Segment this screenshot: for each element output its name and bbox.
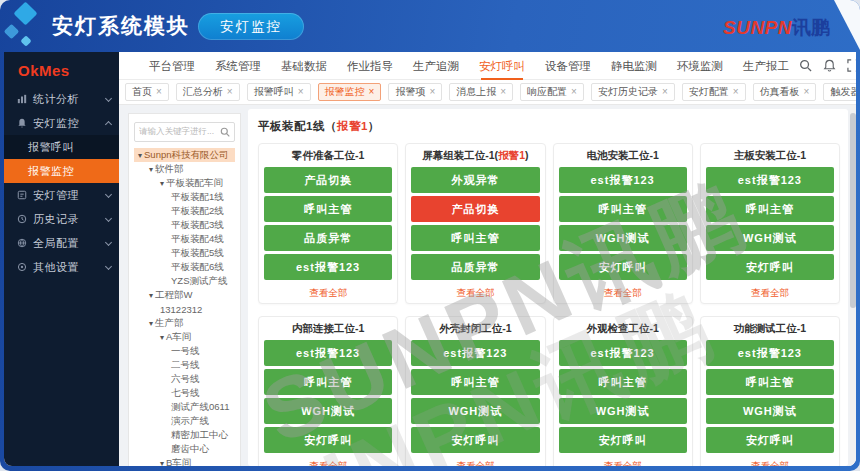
fullscreen-icon[interactable] [847, 59, 856, 72]
nav-item-1[interactable]: 系统管理 [215, 52, 261, 80]
andon-call-button[interactable]: 呼叫主管 [411, 369, 539, 395]
andon-call-button[interactable]: WGH测试 [559, 225, 687, 251]
view-all-link[interactable]: 查看全部 [701, 283, 839, 303]
sidebar-item-0[interactable]: 统计分析 [4, 87, 119, 111]
andon-call-button[interactable]: WGH测试 [706, 398, 834, 424]
tree-caret-icon[interactable]: ▾ [160, 179, 164, 188]
sidebar-item-3[interactable]: 历史记录 [4, 207, 119, 231]
tree-node-工程部W[interactable]: ▾工程部W [134, 288, 235, 302]
view-all-link[interactable]: 查看全部 [259, 283, 397, 303]
tree-node-七号线[interactable]: 七号线 [134, 386, 235, 400]
andon-call-button[interactable]: WGH测试 [706, 225, 834, 251]
nav-item-2[interactable]: 基础数据 [281, 52, 327, 80]
notification-bell-icon[interactable] [823, 59, 836, 72]
tree-node-平板装配2线[interactable]: 平板装配2线 [134, 204, 235, 218]
sidebar-item-5[interactable]: 其他设置 [4, 255, 119, 279]
tree-node-软件部[interactable]: ▾软件部 [134, 162, 235, 176]
vertical-scrollbar[interactable] [850, 105, 856, 466]
nav-item-5[interactable]: 安灯呼叫 [479, 52, 525, 80]
tree-node-一号线[interactable]: 一号线 [134, 344, 235, 358]
andon-call-button[interactable]: 呼叫主管 [264, 369, 392, 395]
nav-item-0[interactable]: 平台管理 [149, 52, 195, 80]
andon-monitor-pill-button[interactable]: 安灯监控 [198, 13, 304, 40]
tree-caret-icon[interactable]: ▾ [160, 459, 164, 467]
andon-call-button[interactable]: 安灯呼叫 [264, 427, 392, 453]
andon-call-button[interactable]: WGH测试 [559, 398, 687, 424]
view-all-link[interactable]: 查看全部 [406, 283, 544, 303]
tab-响应配置[interactable]: 响应配置× [520, 83, 584, 101]
andon-call-button[interactable]: 呼叫主管 [559, 369, 687, 395]
tree-node-二号线[interactable]: 二号线 [134, 358, 235, 372]
andon-call-button[interactable]: 外观异常 [411, 167, 539, 193]
andon-call-button[interactable]: est报警123 [559, 340, 687, 366]
tab-首页[interactable]: 首页× [125, 83, 169, 101]
andon-call-button[interactable]: 产品切换 [264, 167, 392, 193]
view-all-link[interactable]: 查看全部 [554, 456, 692, 466]
tree-node-A车间[interactable]: ▾A车间 [134, 330, 235, 344]
tree-node-演示产线[interactable]: 演示产线 [134, 414, 235, 428]
sidebar-subitem-报警监控[interactable]: 报警监控 [4, 159, 119, 183]
tab-报警呼叫[interactable]: 报警呼叫× [247, 83, 311, 101]
tree-node-平板装配3线[interactable]: 平板装配3线 [134, 218, 235, 232]
view-all-link[interactable]: 查看全部 [701, 456, 839, 466]
tree-search-input[interactable]: 请输入关键字进行... [134, 122, 235, 142]
andon-call-button[interactable]: est报警123 [411, 340, 539, 366]
andon-call-button[interactable]: 安灯呼叫 [559, 427, 687, 453]
tab-安灯历史记录[interactable]: 安灯历史记录× [591, 83, 675, 101]
andon-call-button[interactable]: 呼叫主管 [706, 196, 834, 222]
tab-消息上报[interactable]: 消息上报× [449, 83, 513, 101]
tree-node-磨齿中心[interactable]: 磨齿中心 [134, 442, 235, 456]
nav-item-9[interactable]: 生产报工 [743, 52, 789, 80]
sidebar-subitem-报警呼叫[interactable]: 报警呼叫 [4, 135, 119, 159]
tree-node-平板装配1线[interactable]: 平板装配1线 [134, 190, 235, 204]
tree-node-13122312[interactable]: 13122312 [134, 302, 235, 316]
andon-call-button[interactable]: 安灯呼叫 [411, 427, 539, 453]
tree-caret-icon[interactable]: ▾ [160, 333, 164, 342]
tab-close-icon[interactable]: × [500, 87, 506, 97]
andon-call-button[interactable]: est报警123 [706, 167, 834, 193]
andon-call-button[interactable]: 呼叫主管 [559, 196, 687, 222]
tree-node-测试产线0611[interactable]: 测试产线0611 [134, 400, 235, 414]
sidebar-item-2[interactable]: 安灯管理 [4, 183, 119, 207]
andon-call-button[interactable]: 呼叫主管 [411, 225, 539, 251]
tab-close-icon[interactable]: × [227, 87, 233, 97]
andon-call-button[interactable]: 安灯呼叫 [559, 254, 687, 280]
tree-node-平板装配6线[interactable]: 平板装配6线 [134, 260, 235, 274]
nav-item-7[interactable]: 静电监测 [611, 52, 657, 80]
andon-call-button[interactable]: 品质异常 [264, 225, 392, 251]
andon-call-button[interactable]: est报警123 [264, 254, 392, 280]
nav-item-4[interactable]: 生产追溯 [413, 52, 459, 80]
tab-close-icon[interactable]: × [429, 87, 435, 97]
tab-触发器配置[interactable]: 触发器配置× [823, 83, 856, 101]
tree-node-平板装配4线[interactable]: 平板装配4线 [134, 232, 235, 246]
tree-node-B车间[interactable]: ▾B车间 [134, 456, 235, 466]
tab-close-icon[interactable]: × [369, 87, 375, 97]
alarm-active-button[interactable]: 产品切换 [411, 196, 539, 222]
sidebar-item-1[interactable]: 安灯监控 [4, 111, 119, 135]
tab-close-icon[interactable]: × [571, 87, 577, 97]
andon-call-button[interactable]: 呼叫主管 [264, 196, 392, 222]
andon-call-button[interactable]: 安灯呼叫 [706, 427, 834, 453]
tree-node-精密加工中心[interactable]: 精密加工中心 [134, 428, 235, 442]
nav-item-6[interactable]: 设备管理 [545, 52, 591, 80]
tree-caret-icon[interactable]: ▾ [149, 291, 153, 300]
andon-call-button[interactable]: WGH测试 [411, 398, 539, 424]
tree-node-Sunpn科技有限公司[interactable]: ▾Sunpn科技有限公司 [134, 148, 235, 162]
andon-call-button[interactable]: WGH测试 [264, 398, 392, 424]
andon-call-button[interactable]: est报警123 [706, 340, 834, 366]
andon-call-button[interactable]: est报警123 [264, 340, 392, 366]
tab-close-icon[interactable]: × [298, 87, 304, 97]
search-icon[interactable] [799, 59, 812, 72]
tree-caret-icon[interactable]: ▾ [138, 151, 142, 160]
view-all-link[interactable]: 查看全部 [406, 456, 544, 466]
nav-item-8[interactable]: 环境监测 [677, 52, 723, 80]
tree-node-YZS测试产线[interactable]: YZS测试产线 [134, 274, 235, 288]
tab-close-icon[interactable]: × [804, 87, 810, 97]
view-all-link[interactable]: 查看全部 [554, 283, 692, 303]
andon-call-button[interactable]: 品质异常 [411, 254, 539, 280]
tab-报警项[interactable]: 报警项× [388, 83, 442, 101]
nav-item-3[interactable]: 作业指导 [347, 52, 393, 80]
tree-node-六号线[interactable]: 六号线 [134, 372, 235, 386]
tab-安灯配置[interactable]: 安灯配置× [682, 83, 746, 101]
tab-close-icon[interactable]: × [662, 87, 668, 97]
